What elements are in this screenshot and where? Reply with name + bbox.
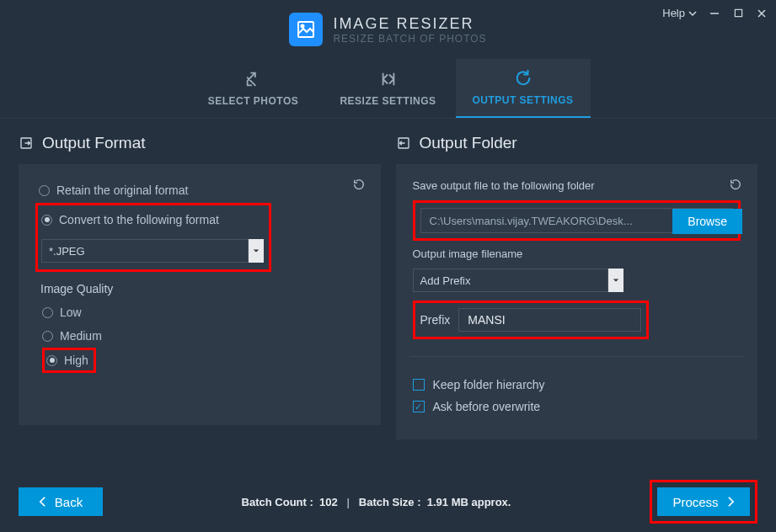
browse-button[interactable]: Browse bbox=[672, 209, 742, 234]
panel-title: Output Format bbox=[19, 134, 381, 152]
radio-label: Retain the original format bbox=[56, 184, 188, 197]
chevron-left-icon bbox=[39, 496, 46, 508]
expand-icon bbox=[244, 70, 263, 88]
output-format-panel: Output Format Retain the original format… bbox=[19, 134, 381, 439]
chevron-down-icon bbox=[688, 9, 697, 18]
export-icon bbox=[19, 136, 34, 151]
back-label: Back bbox=[55, 495, 83, 509]
radio-icon bbox=[46, 355, 57, 366]
highlight-prefix: Prefix bbox=[413, 301, 649, 339]
highlight-process: Process bbox=[650, 480, 757, 524]
radio-label: High bbox=[64, 354, 88, 367]
window-controls: Help bbox=[662, 7, 768, 19]
save-folder-label: Save output file to the following folder bbox=[413, 179, 741, 192]
tabs: SELECT PHOTOS RESIZE SETTINGS OUTPUT SET… bbox=[0, 59, 776, 119]
output-format-box: Retain the original format Convert to th… bbox=[19, 164, 381, 425]
titlebar: IMAGE RESIZER RESIZE BATCH OF PHOTOS Hel… bbox=[0, 0, 776, 59]
radio-retain-format[interactable]: Retain the original format bbox=[39, 179, 364, 201]
batch-count-value: 102 bbox=[319, 496, 338, 508]
radio-quality-high[interactable]: High bbox=[46, 352, 88, 369]
undo-icon bbox=[352, 178, 366, 191]
process-label: Process bbox=[672, 495, 718, 509]
tab-select-photos[interactable]: SELECT PHOTOS bbox=[186, 59, 321, 118]
back-button[interactable]: Back bbox=[19, 487, 103, 516]
radio-quality-medium[interactable]: Medium bbox=[42, 324, 364, 348]
checkbox-label: Keep folder hierarchy bbox=[433, 378, 545, 391]
tab-label: RESIZE SETTINGS bbox=[340, 95, 436, 107]
import-icon bbox=[396, 136, 411, 151]
radio-icon bbox=[41, 215, 52, 226]
batch-info: Batch Count : 102 | Batch Size : 1.91 MB… bbox=[103, 496, 650, 508]
highlight-convert: Convert to the following format *.JPEG bbox=[35, 203, 271, 272]
output-folder-box: Save output file to the following folder… bbox=[396, 164, 758, 439]
radio-icon bbox=[42, 331, 53, 342]
chevron-down-icon bbox=[608, 269, 623, 292]
chevron-down-icon bbox=[249, 239, 264, 263]
radio-icon bbox=[42, 307, 53, 318]
resize-icon bbox=[379, 70, 398, 88]
highlight-quality-high: High bbox=[42, 348, 96, 373]
radio-label: Convert to the following format bbox=[59, 213, 219, 226]
maximize-button[interactable] bbox=[732, 8, 744, 19]
process-button[interactable]: Process bbox=[657, 487, 750, 516]
app-title: IMAGE RESIZER bbox=[333, 15, 486, 33]
app-subtitle: RESIZE BATCH OF PHOTOS bbox=[333, 33, 486, 45]
tab-output-settings[interactable]: OUTPUT SETTINGS bbox=[456, 59, 591, 118]
batch-size-label: Batch Size : bbox=[359, 496, 421, 508]
chevron-right-icon bbox=[727, 496, 735, 508]
help-label: Help bbox=[662, 7, 685, 19]
undo-icon bbox=[729, 178, 742, 191]
tab-label: SELECT PHOTOS bbox=[208, 95, 299, 107]
quality-label: Image Quality bbox=[40, 282, 364, 295]
checkbox-label: Ask before overwrite bbox=[433, 400, 541, 413]
help-menu[interactable]: Help bbox=[662, 7, 697, 19]
close-button[interactable] bbox=[756, 8, 768, 19]
quality-group: Low Medium High bbox=[42, 301, 364, 373]
checkbox-keep-hierarchy[interactable]: Keep folder hierarchy bbox=[413, 374, 741, 396]
radio-label: Medium bbox=[60, 329, 102, 343]
app-icon bbox=[289, 13, 323, 46]
divider bbox=[409, 356, 745, 357]
reset-button[interactable] bbox=[349, 174, 369, 194]
main: Output Format Retain the original format… bbox=[0, 119, 776, 448]
panel-title: Output Folder bbox=[396, 134, 758, 152]
select-value: *.JPEG bbox=[41, 239, 249, 263]
format-select[interactable]: *.JPEG bbox=[41, 239, 264, 263]
brand: IMAGE RESIZER RESIZE BATCH OF PHOTOS bbox=[289, 13, 486, 46]
refresh-icon bbox=[514, 69, 532, 88]
tab-label: OUTPUT SETTINGS bbox=[472, 94, 573, 106]
svg-rect-3 bbox=[735, 9, 741, 16]
tab-resize-settings[interactable]: RESIZE SETTINGS bbox=[321, 59, 456, 118]
filename-label: Output image filename bbox=[413, 247, 741, 260]
batch-count-label: Batch Count : bbox=[242, 496, 313, 508]
filename-mode-select[interactable]: Add Prefix bbox=[413, 269, 623, 292]
radio-label: Low bbox=[60, 306, 82, 319]
output-folder-panel: Output Folder Save output file to the fo… bbox=[396, 134, 758, 439]
checkbox-icon bbox=[413, 401, 425, 412]
radio-quality-low[interactable]: Low bbox=[42, 301, 364, 324]
svg-point-1 bbox=[302, 25, 304, 28]
checkbox-icon bbox=[413, 379, 425, 391]
checkbox-ask-overwrite[interactable]: Ask before overwrite bbox=[413, 396, 741, 418]
footer: Back Batch Count : 102 | Batch Size : 1.… bbox=[0, 471, 776, 532]
prefix-label: Prefix bbox=[420, 313, 451, 327]
radio-icon bbox=[39, 185, 50, 196]
reset-button[interactable] bbox=[725, 174, 746, 194]
batch-size-value: 1.91 MB approx. bbox=[427, 496, 511, 508]
radio-convert-format[interactable]: Convert to the following format bbox=[41, 209, 264, 231]
select-value: Add Prefix bbox=[413, 269, 608, 292]
minimize-button[interactable] bbox=[709, 8, 720, 19]
prefix-input[interactable] bbox=[458, 308, 640, 332]
